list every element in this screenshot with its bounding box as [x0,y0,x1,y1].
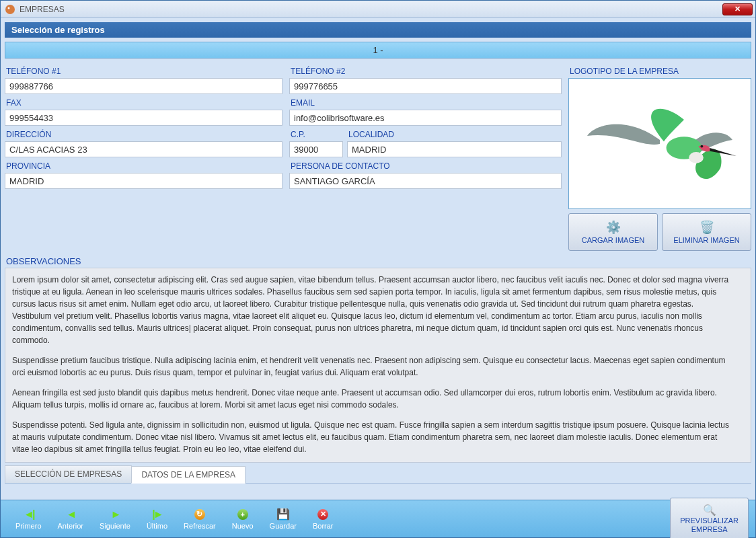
label-fax: FAX [5,94,282,110]
tabs: SELECCIÓN DE EMPRESAS DATOS DE LA EMPRES… [5,465,751,484]
input-contacto[interactable] [289,173,562,189]
label-logotipo: LOGOTIPO DE LA EMPRESA [568,63,751,78]
refresh-icon: ↻ [194,508,205,521]
delete-image-button[interactable]: 🗑️ ELIMINAR IMAGEN [662,213,751,251]
nav-primero-label: Primero [15,522,42,530]
delete-image-label: ELIMINAR IMAGEN [673,236,739,244]
input-cp[interactable] [289,141,343,157]
new-icon: + [237,508,248,521]
label-telefono1: TELÉFONO #1 [5,63,282,78]
label-provincia: PROVINCIA [5,157,282,173]
svg-point-1 [8,7,10,9]
form-area: TELÉFONO #1 FAX DIRECCIÓN PROVINCIA TELÉ… [5,63,751,251]
last-icon: |► [152,508,161,521]
obs-p2: Suspendisse pretium faucibus tristique. … [12,354,733,379]
tab-seleccion-empresas[interactable]: SELECCIÓN DE EMPRESAS [5,465,132,483]
preview-line2: EMPRESA [691,525,728,534]
prev-icon: ◄ [66,508,75,521]
nav-borrar-button[interactable]: ✕ Borrar [305,506,342,533]
preview-empresa-button[interactable]: 🔍 PREVISUALIZAR EMPRESA [670,498,749,538]
label-contacto: PERSONA DE CONTACTO [289,157,562,173]
nav-nuevo-label: Nuevo [232,522,254,530]
gear-icon: ⚙️ [606,220,621,235]
nav-primero-button[interactable]: ◄| Primero [7,506,50,533]
observations-field[interactable]: Lorem ipsum dolor sit amet, consectetur … [5,268,751,463]
delete-icon: ✕ [317,508,328,521]
input-email[interactable] [289,110,562,126]
window-title: EMPRESAS [20,5,65,14]
input-provincia[interactable] [5,173,282,189]
nav-siguiente-button[interactable]: ► Siguiente [91,506,139,533]
nav-anterior-button[interactable]: ◄ Anterior [50,506,92,533]
svg-point-0 [5,5,15,14]
load-image-label: CARGAR IMAGEN [582,236,645,244]
section-header: Selección de registros [5,22,751,38]
record-selector[interactable]: 1 - [5,42,751,59]
nav-ultimo-label: Último [147,522,167,530]
window: EMPRESAS ✕ Selección de registros 1 - TE… [0,0,756,538]
bottom-toolbar: ◄| Primero ◄ Anterior ► Siguiente |► Últ… [1,500,755,537]
input-direccion[interactable] [5,141,282,157]
hummingbird-icon [572,83,747,204]
nav-nuevo-button[interactable]: + Nuevo [224,506,262,533]
load-image-button[interactable]: ⚙️ CARGAR IMAGEN [568,213,658,251]
label-cp: C.P. [289,126,343,141]
logo-image-box [568,78,751,209]
nav-guardar-button[interactable]: 💾 Guardar [262,506,305,533]
label-telefono2: TELÉFONO #2 [289,63,562,78]
nav-siguiente-label: Siguiente [100,522,130,530]
obs-p4: Suspendisse potenti. Sed ligula ante, di… [12,419,733,455]
obs-p3: Aenean fringilla est sed justo blandit q… [12,387,733,411]
close-button[interactable]: ✕ [722,3,753,15]
form-col-1: TELÉFONO #1 FAX DIRECCIÓN PROVINCIA [5,63,282,251]
nav-borrar-label: Borrar [313,522,334,530]
input-telefono2[interactable] [289,78,562,94]
trash-icon: 🗑️ [700,220,714,235]
form-col-2: TELÉFONO #2 EMAIL C.P. LOCALIDAD PERSONA… [289,63,562,251]
nav-anterior-label: Anterior [58,522,84,530]
svg-point-4 [700,145,703,147]
input-localidad[interactable] [347,141,562,157]
app-icon [5,4,15,15]
label-direccion: DIRECCIÓN [5,126,282,141]
nav-refrescar-button[interactable]: ↻ Refrescar [176,506,224,533]
titlebar: EMPRESAS ✕ [1,1,755,18]
nav-guardar-label: Guardar [270,522,297,530]
input-fax[interactable] [5,110,282,126]
svg-point-3 [689,152,704,163]
observations-text[interactable]: Lorem ipsum dolor sit amet, consectetur … [5,268,751,462]
obs-p1: Lorem ipsum dolor sit amet, consectetur … [12,274,733,346]
first-icon: ◄| [24,508,33,521]
magnifier-icon: 🔍 [703,504,716,516]
label-email: EMAIL [289,94,562,110]
save-icon: 💾 [276,508,290,521]
label-observaciones: OBSERVACIONES [6,256,751,266]
input-telefono1[interactable] [5,78,282,94]
nav-refrescar-label: Refrescar [184,522,216,530]
tab-datos-empresa[interactable]: DATOS DE LA EMPRESA [131,466,245,484]
close-icon: ✕ [734,5,741,13]
form-col-logo: LOGOTIPO DE LA EMPRESA ⚙️ CARGAR [568,63,751,251]
nav-ultimo-button[interactable]: |► Último [139,506,176,533]
label-localidad: LOCALIDAD [347,126,562,141]
next-icon: ► [111,508,120,521]
preview-line1: PREVISUALIZAR [680,516,739,525]
